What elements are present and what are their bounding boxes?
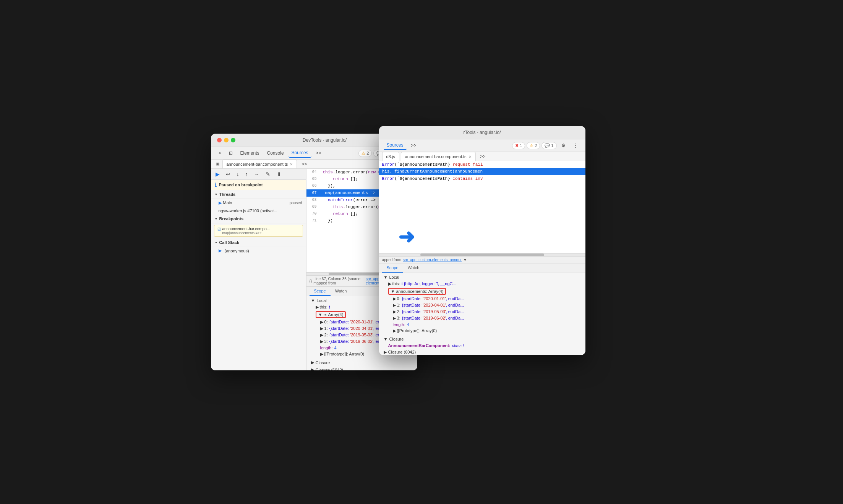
settings-icon-right[interactable]: ⚙ — [558, 141, 569, 150]
local-triangle-icon: ▼ — [311, 298, 315, 303]
scope-this-row-right: ▶ this: t {http: Ae, logger: T, __ngC... — [382, 281, 582, 287]
warning-badge: ⚠2 — [358, 150, 372, 157]
scope-r-arr-2: ▶ 2: {startDate: '2019-05-03', endDa... — [382, 309, 582, 315]
announcements-val: Array(4) — [428, 289, 444, 294]
scope-tab-scope-right[interactable]: Scope — [382, 263, 403, 273]
more-options-icon-right[interactable]: ⋮ — [570, 141, 581, 150]
callstack-anonymous[interactable]: ▶ (anonymous) — [211, 247, 306, 254]
sources-tab-left[interactable]: Sources — [289, 149, 311, 158]
status-text: Line 67, Column 35 (source mapped from — [313, 277, 364, 285]
elements-tab[interactable]: Elements — [237, 149, 263, 157]
thread-main-name: Main — [223, 200, 232, 205]
console-tab[interactable]: Console — [264, 149, 287, 157]
scope-r-prototype: ▶ [[Prototype]]: Array(0) — [382, 328, 582, 334]
scope-closure-header-right[interactable]: ▼ Closure — [382, 336, 582, 342]
scope-tab-watch-right[interactable]: Watch — [403, 263, 424, 273]
local-label: Local — [316, 298, 326, 303]
call-stack-label: Call Stack — [219, 240, 239, 245]
warning-badge-right: ⚠2 — [527, 142, 540, 149]
rcode-line-1: Error(`${announcementsPath} request fail — [379, 161, 585, 168]
threads-triangle-icon: ▼ — [215, 193, 218, 196]
scope-closure-header[interactable]: ▶ Closure — [310, 359, 414, 366]
more-tabs-right[interactable]: >> — [408, 141, 420, 150]
thread-ngsw-name: ngsw-worker.js #7100 (activat... — [219, 208, 277, 213]
call-stack-triangle-icon: ▼ — [215, 241, 218, 244]
source-map-link-right[interactable]: src_app_custom-elements_annour — [403, 258, 462, 262]
paused-banner: ℹ Paused on breakpoint — [211, 180, 306, 190]
more-files-icon-right[interactable]: >> — [477, 152, 489, 161]
breakpoint-file: announcement-bar.compo... — [222, 227, 270, 231]
thread-ngsw[interactable]: ngsw-worker.js #7100 (activat... — [211, 207, 306, 215]
scope-r-arr-0: ▶ 0: {startDate: '2020-01-01', endDa... — [382, 296, 582, 302]
call-stack-section-header[interactable]: ▼ Call Stack — [211, 238, 306, 247]
active-thread-icon: ▶ — [219, 200, 222, 205]
component-tab-close[interactable]: ✕ — [469, 155, 472, 159]
file-tab-left[interactable]: announcement-bar.component.ts ✕ — [222, 160, 297, 168]
title-bar-right: rTools - angular.io/ — [379, 126, 585, 139]
arr-2-key: ▶ 2: — [320, 333, 328, 338]
arr-1-key: ▶ 1: — [320, 326, 328, 331]
paused-text: Paused on breakpoint — [219, 183, 263, 187]
file-tab-name: announcement-bar.component.ts — [227, 162, 288, 166]
scope-announcements-row: ▼ announcements: Array(4) — [382, 287, 582, 296]
step-over-button[interactable]: ↩ — [224, 170, 232, 178]
closure2-triangle-icon: ▶ — [311, 367, 314, 370]
thread-main[interactable]: ▶Main paused — [211, 199, 306, 207]
breakpoints-label: Breakpoints — [219, 216, 243, 221]
deactivate-button[interactable]: ✎ — [264, 170, 272, 178]
device-icon[interactable]: ⊡ — [226, 149, 236, 157]
scope-announcements-key: ▼ announcements: Array(4) — [388, 288, 446, 295]
scope-tab-scope[interactable]: Scope — [310, 287, 331, 296]
scope-tab-watch[interactable]: Watch — [331, 287, 352, 296]
step-button[interactable]: → — [253, 170, 261, 178]
debug-sidebar: ▶ ↩ ↓ ↑ → ✎ ⏸ ℹ Paused on breakpoint ▼ T… — [211, 169, 306, 370]
scope-this-key-right: ▶ this: — [388, 281, 400, 286]
scope-closure-right: ▼ Closure AnnouncementBarComponent: clas… — [379, 335, 585, 355]
scope-this-key: ▶ this: — [316, 305, 327, 310]
e-label: e: — [323, 312, 327, 317]
threads-section-header[interactable]: ▼ Threads — [211, 190, 306, 199]
close-button[interactable] — [217, 138, 222, 142]
scope-local-header-right[interactable]: ▼ Local — [382, 274, 582, 281]
sidebar-toggle-icon[interactable]: ▣ — [214, 160, 221, 168]
pause-button[interactable]: ⏸ — [275, 170, 283, 178]
dropdown-icon-right[interactable]: ▼ — [463, 258, 467, 262]
callstack-name: (anonymous) — [225, 249, 249, 253]
format-icon[interactable]: {} — [310, 279, 312, 283]
rcode-line-2: his.▶findCurrentAnnouncement(announcemen — [379, 168, 585, 175]
breakpoints-section-header[interactable]: ▼ Breakpoints — [211, 215, 306, 223]
scope-tabs-right: Scope Watch — [379, 263, 585, 273]
scope-local-section-right: ▼ Local ▶ this: t {http: Ae, logger: T, … — [379, 273, 585, 335]
announcements-expand-icon: ▼ — [391, 289, 395, 294]
r-closure2-label: Closure (6042) — [388, 350, 416, 354]
cursor-icon[interactable]: ⌖ — [216, 149, 224, 157]
scope-r-arr-1: ▶ 1: {startDate: '2020-04-01', endDa... — [382, 302, 582, 309]
thread-main-status: paused — [290, 201, 302, 205]
resume-button[interactable]: ▶ — [214, 170, 221, 178]
code-horizontal-scrollbar-right[interactable] — [379, 253, 585, 256]
local-label-right: Local — [389, 275, 399, 279]
d8-tab-name: d8.js — [386, 154, 395, 159]
e-expand-icon: ▼ — [318, 312, 323, 317]
more-files-icon[interactable]: >> — [298, 160, 310, 168]
arr-0-key: ▶ 0: — [320, 320, 328, 325]
file-tab-close[interactable]: ✕ — [290, 162, 293, 166]
local-triangle-icon-right: ▼ — [384, 275, 388, 279]
error-badge: ✖1 — [512, 142, 525, 149]
scope-panel-right: Scope Watch ▼ Local ▶ this: t {http: Ae,… — [379, 263, 585, 355]
file-tab-d8[interactable]: d8.js — [382, 152, 399, 161]
closure2-label: Closure (6042) — [316, 368, 344, 371]
maximize-button[interactable] — [231, 138, 235, 142]
scope-closure2-header[interactable]: ▶ Closure (6042) — [310, 366, 414, 370]
info-icon: ℹ — [215, 182, 217, 188]
sources-tab-right[interactable]: Sources — [384, 141, 407, 150]
more-tabs-left[interactable]: >> — [313, 149, 324, 157]
scope-closure2-header-right[interactable]: ▶ Closure (6042) — [382, 349, 582, 355]
minimize-button[interactable] — [224, 138, 229, 142]
scope-this-val-right: t {http: Ae, logger: T, __ngC... — [402, 281, 456, 286]
file-tab-right-component[interactable]: announcement-bar.component.ts ✕ — [401, 152, 476, 161]
scope-this-val: t — [329, 305, 330, 310]
breakpoint-checkbox[interactable]: ☑ — [217, 227, 221, 231]
step-into-button[interactable]: ↓ — [235, 170, 241, 178]
step-out-button[interactable]: ↑ — [244, 170, 250, 178]
